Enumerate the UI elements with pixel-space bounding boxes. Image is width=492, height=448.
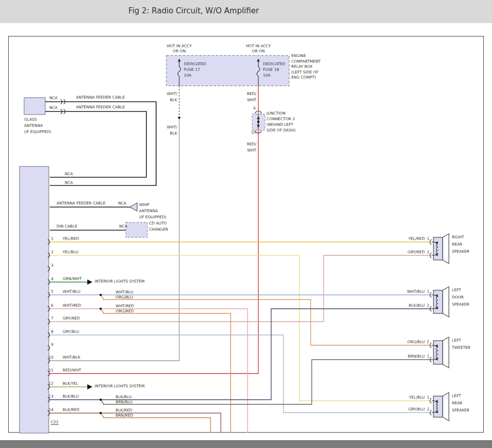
wire-brn-red	[101, 414, 211, 433]
radio-connector-block	[20, 166, 49, 433]
speaker-cone-icon	[443, 234, 449, 264]
wire-gry-red	[50, 255, 432, 322]
wire-antenna-feeder-1	[45, 102, 156, 185]
splice-dot	[100, 412, 102, 415]
wire-antenna-feeder-2	[45, 111, 146, 177]
splice-dot	[100, 399, 102, 401]
speaker-body	[433, 290, 443, 313]
splice-dot	[100, 294, 102, 296]
wire-org-red	[101, 309, 231, 433]
speaker-body	[433, 396, 443, 417]
bottom-bar	[0, 440, 492, 448]
speaker-cone-icon	[443, 393, 449, 421]
whip-antenna-icon	[130, 203, 137, 211]
wire-blk-red	[50, 413, 221, 433]
splice-dot	[257, 121, 260, 123]
cd-changer-box	[126, 222, 147, 237]
component-boxes	[20, 55, 289, 433]
wire-org-blu	[101, 295, 432, 345]
interior-lights-arrow-icon	[87, 279, 92, 285]
generated-speaker-glyphs	[430, 234, 449, 421]
wire-red-wht	[50, 86, 258, 374]
speaker-cone-icon	[443, 337, 449, 368]
interior-lights-arrow-icon	[87, 384, 92, 389]
speaker-body	[433, 341, 443, 364]
wires	[45, 86, 432, 433]
wire-brn-blu	[101, 360, 432, 404]
wire-yel-blu	[50, 255, 432, 401]
speaker-cone-icon	[443, 287, 449, 317]
splice-dot	[100, 308, 102, 310]
wire-blk-blu	[50, 309, 432, 400]
splice-dot	[178, 117, 181, 119]
glass-antenna-box	[24, 98, 45, 115]
wiring-diagram-canvas	[0, 0, 492, 448]
wire-wht-blk	[50, 118, 179, 361]
relay-box	[166, 55, 289, 86]
speaker-body	[433, 237, 443, 260]
wire-wht-red	[50, 309, 248, 433]
